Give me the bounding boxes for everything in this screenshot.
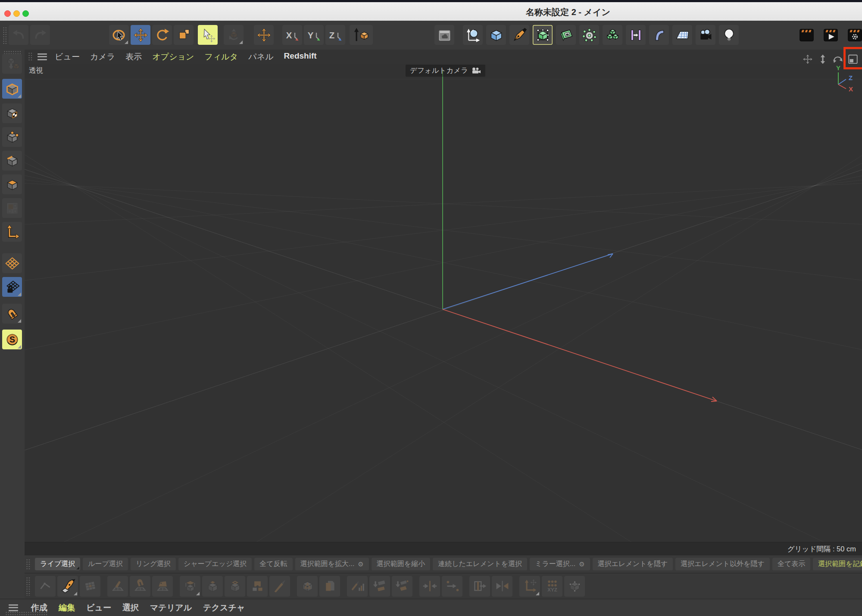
- weld-tool-button[interactable]: [419, 576, 440, 597]
- bottom-menu-4[interactable]: 選択: [122, 602, 139, 613]
- volume-button[interactable]: [603, 25, 622, 45]
- nav-pan-icon[interactable]: [802, 51, 813, 62]
- render-view-button-button[interactable]: [796, 25, 816, 45]
- lock-x-axis-button[interactable]: X: [282, 25, 302, 45]
- line-cut-tool-button[interactable]: [347, 576, 368, 597]
- live-selection-tool-button[interactable]: [109, 25, 129, 45]
- selection-command-11[interactable]: 選択エレメント以外を隠す: [675, 558, 770, 570]
- viewport-menu-1[interactable]: ビュー: [55, 51, 80, 62]
- disconnect-tool-button[interactable]: [369, 576, 390, 597]
- scale-tool-button[interactable]: [174, 25, 194, 45]
- matrix-extrude-tool-button[interactable]: [225, 576, 245, 597]
- world-move-tool-button[interactable]: [254, 25, 274, 45]
- extrude-inner-tool-button[interactable]: [202, 576, 223, 597]
- gear-icon[interactable]: ⚙: [579, 561, 584, 567]
- render-settings-button-button[interactable]: [845, 25, 862, 45]
- selection-command-8[interactable]: 連続したエレメントを選択: [433, 558, 527, 570]
- optimize-points-tool-button[interactable]: [564, 576, 585, 597]
- quantize-button[interactable]: S: [2, 330, 22, 349]
- viewport-menubar-drag-handle[interactable]: [28, 52, 33, 61]
- camera-button[interactable]: [696, 25, 715, 45]
- rotate-tool-button[interactable]: [152, 25, 172, 45]
- viewport-menu-icon[interactable]: [37, 53, 47, 60]
- doubler-tool-button[interactable]: [319, 576, 340, 597]
- lock-z-axis-button[interactable]: Z: [325, 25, 345, 45]
- selection-command-9[interactable]: ミラー選択...⚙: [530, 558, 590, 570]
- magnet-tool-button[interactable]: [130, 576, 150, 597]
- render-view-button[interactable]: [434, 25, 454, 45]
- projection-label[interactable]: 透視: [29, 66, 43, 75]
- iron-tool-button[interactable]: [152, 576, 173, 597]
- bottom-menu-5[interactable]: マテリアル: [150, 602, 192, 613]
- split-tool-button[interactable]: [392, 576, 412, 597]
- selection-command-7[interactable]: 選択範囲を縮小: [372, 558, 430, 570]
- nav-dolly-icon[interactable]: [817, 51, 828, 62]
- workplane-button[interactable]: [2, 253, 22, 273]
- viewport-menu-6[interactable]: パネル: [248, 51, 273, 62]
- uv-mode-button[interactable]: [2, 198, 22, 218]
- zoom-button[interactable]: [22, 10, 29, 17]
- bottom-drag-handle[interactable]: [5, 611, 48, 616]
- edge-mode-button[interactable]: [2, 151, 22, 171]
- viewport-3d[interactable]: 透視 デフォルトカメラ YZX グリッド間隔 : 50 cm: [25, 64, 862, 555]
- selection-command-10[interactable]: 選択エレメントを隠す: [593, 558, 673, 570]
- plane-cut-tool-button[interactable]: [469, 576, 490, 597]
- axis-object-button[interactable]: [463, 25, 483, 45]
- spline-pen-button[interactable]: [509, 25, 529, 45]
- selection-bar-drag-handle[interactable]: [26, 559, 31, 570]
- gear-icon[interactable]: ⚙: [358, 561, 363, 567]
- lock-y-axis-button[interactable]: Y: [304, 25, 324, 45]
- nav-orbit-icon[interactable]: [832, 51, 843, 62]
- knife-tool-button[interactable]: [269, 576, 290, 597]
- bottom-menu-icon[interactable]: [9, 604, 18, 611]
- generator-button[interactable]: [556, 25, 576, 45]
- bottom-menu-2[interactable]: 編集: [59, 602, 75, 613]
- bottom-menu-6[interactable]: テクスチャ: [203, 602, 245, 613]
- bridge-tool-button[interactable]: [247, 576, 268, 597]
- lock-workplane-button[interactable]: [2, 277, 22, 297]
- redo-button[interactable]: [30, 25, 50, 45]
- undo-button[interactable]: [9, 25, 28, 45]
- selection-command-6[interactable]: 選択範囲を拡大...⚙: [295, 558, 369, 570]
- cube-primitive-button[interactable]: [486, 25, 506, 45]
- transform-extra-tool-button[interactable]: [224, 25, 244, 45]
- subdivision-surface-button[interactable]: [533, 25, 553, 45]
- selection-command-1[interactable]: ライブ選択: [35, 558, 80, 570]
- close-button[interactable]: [4, 10, 11, 17]
- move-tool-button[interactable]: [131, 25, 150, 45]
- enable-snap-button[interactable]: [2, 304, 22, 324]
- point-mode-button[interactable]: [2, 127, 22, 147]
- mograph-cloner-button[interactable]: [579, 25, 599, 45]
- viewport-menu-5[interactable]: フィルタ: [204, 51, 238, 62]
- polygon-reduction-tool-button[interactable]: [297, 576, 318, 597]
- viewport-menu-2[interactable]: カメラ: [90, 51, 115, 62]
- field-button[interactable]: [649, 25, 669, 45]
- render-picture-viewer-button-button[interactable]: [821, 25, 840, 45]
- polygon-mode-button[interactable]: [2, 174, 22, 194]
- camera-label-chip[interactable]: デフォルトカメラ: [406, 65, 485, 77]
- sculpt-brush-tool-button[interactable]: [107, 576, 128, 597]
- point-value-xyz-tool-button[interactable]: XYZ: [542, 576, 562, 597]
- axis-transform-tool-button[interactable]: [519, 576, 540, 597]
- floor-button[interactable]: [672, 25, 692, 45]
- selection-command-13[interactable]: 選択範囲を記録: [813, 558, 862, 570]
- polygon-pen-tool-button[interactable]: [57, 576, 78, 597]
- selection-command-3[interactable]: リング選択: [131, 558, 176, 570]
- minimize-button[interactable]: [13, 10, 20, 17]
- set-point-value-tool-button[interactable]: [442, 576, 462, 597]
- arc-tool-button[interactable]: [35, 576, 56, 597]
- texture-mode-button[interactable]: [2, 103, 22, 123]
- extrude-tool-button[interactable]: [180, 576, 200, 597]
- quad-strip-tool-button[interactable]: [80, 576, 100, 597]
- light-button[interactable]: [719, 25, 739, 45]
- viewport-menu-4[interactable]: オプション: [152, 51, 194, 62]
- viewport-menu-3[interactable]: 表示: [125, 51, 142, 62]
- selection-command-2[interactable]: ループ選択: [83, 558, 128, 570]
- selection-command-5[interactable]: 全て反転: [254, 558, 292, 570]
- mirror-tool-button[interactable]: [492, 576, 512, 597]
- viewport-menu-7[interactable]: Redshift: [284, 51, 317, 62]
- bottom-menu-3[interactable]: ビュー: [86, 602, 111, 613]
- enable-axis-button[interactable]: [2, 222, 22, 242]
- coordinate-system-button[interactable]: [350, 25, 373, 45]
- toolbar-drag-handle[interactable]: [3, 27, 8, 44]
